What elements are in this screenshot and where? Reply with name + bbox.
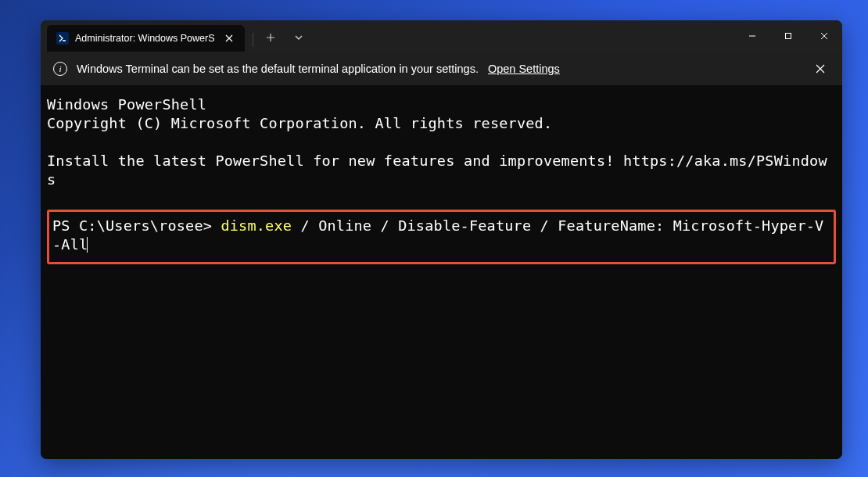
new-tab-button[interactable] [256, 24, 285, 51]
tab-powershell[interactable]: Administrator: Windows PowerS [47, 25, 245, 52]
info-icon: i [53, 62, 67, 76]
terminal-line: Copyright (C) Microsoft Corporation. All… [47, 114, 836, 133]
terminal-output[interactable]: Windows PowerShellCopyright (C) Microsof… [41, 86, 842, 459]
svg-rect-0 [786, 34, 791, 39]
command-executable: dism.exe [221, 217, 292, 234]
terminal-line: Install the latest PowerShell for new fe… [47, 152, 836, 189]
minimize-button[interactable] [734, 20, 770, 52]
titlebar: Administrator: Windows PowerS [41, 20, 842, 52]
terminal-window: Administrator: Windows PowerS [41, 20, 842, 459]
close-button[interactable] [806, 20, 842, 52]
tab-title: Administrator: Windows PowerS [75, 33, 215, 44]
terminal-line: Windows PowerShell [47, 95, 836, 114]
highlighted-command: PS C:\Users\rosee> dism.exe / Online / D… [47, 210, 836, 264]
cursor [87, 237, 88, 253]
divider [253, 33, 253, 47]
prompt: PS C:\Users\rosee> [52, 217, 221, 234]
open-settings-link[interactable]: Open Settings [488, 63, 560, 75]
tab-dropdown-button[interactable] [285, 24, 313, 51]
infobar: i Windows Terminal can be set as the def… [41, 52, 842, 86]
tab-close-button[interactable] [221, 30, 237, 46]
powershell-icon [56, 32, 69, 45]
maximize-button[interactable] [770, 20, 806, 52]
terminal-line [47, 133, 836, 152]
infobar-close-button[interactable] [811, 59, 830, 78]
terminal-line [47, 189, 836, 208]
infobar-message: Windows Terminal can be set as the defau… [77, 63, 479, 75]
